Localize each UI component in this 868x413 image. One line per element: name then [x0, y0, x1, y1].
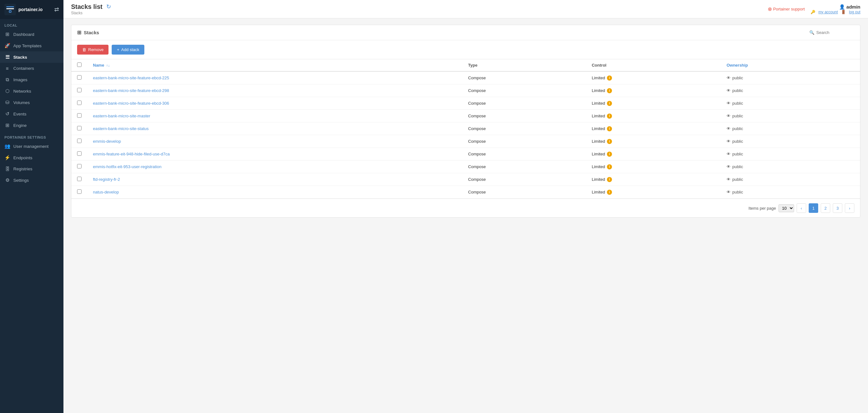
row-name-cell-0: eastern-bank-micro-site-feature-ebcd-225	[87, 71, 463, 84]
control-value-5: Limited	[592, 139, 605, 144]
sidebar-item-registries[interactable]: 🗄Registries	[0, 163, 63, 174]
support-link[interactable]: ⊗ Portainer support	[768, 6, 805, 12]
row-checkbox-5[interactable]	[77, 138, 82, 143]
sidebar-item-networks[interactable]: ⬡Networks	[0, 85, 63, 97]
sidebar-item-volumes[interactable]: ⛁Volumes	[0, 97, 63, 108]
main-content: Stacks list ↻ Stacks ⊗ Portainer support…	[63, 0, 868, 413]
info-badge-0: i	[607, 75, 612, 81]
table-row: eastern-bank-micro-site-feature-ebcd-298…	[71, 84, 860, 97]
table-row: eastern-bank-micro-site-status Compose L…	[71, 122, 860, 135]
row-name-cell-1: eastern-bank-micro-site-feature-ebcd-298	[87, 84, 463, 97]
stack-link-4[interactable]: eastern-bank-micro-site-status	[93, 126, 149, 131]
control-value-1: Limited	[592, 88, 605, 93]
refresh-button[interactable]: ↻	[106, 3, 111, 10]
stacks-table: Name ↑↓ Type Control Ownership	[71, 59, 860, 198]
table-row: emmis-develop Compose Limited i 👁 public	[71, 135, 860, 148]
row-checkbox-4[interactable]	[77, 126, 82, 130]
row-name-cell-3: eastern-bank-micro-site-master	[87, 110, 463, 122]
row-type-cell-2: Compose	[463, 97, 586, 110]
stacks-icon: ☰	[4, 54, 10, 60]
stack-link-2[interactable]: eastern-bank-micro-site-feature-ebcd-306	[93, 101, 169, 106]
row-checkbox-8[interactable]	[77, 177, 82, 181]
row-checkbox-0[interactable]	[77, 75, 82, 80]
control-value-3: Limited	[592, 114, 605, 118]
stack-link-9[interactable]: natus-develop	[93, 190, 119, 194]
row-checkbox-3[interactable]	[77, 113, 82, 118]
stacks-tbody: eastern-bank-micro-site-feature-ebcd-225…	[71, 71, 860, 198]
user-management-icon: 👥	[4, 144, 10, 149]
sidebar-item-user-management[interactable]: 👥User management	[0, 140, 63, 152]
stack-link-3[interactable]: eastern-bank-micro-site-master	[93, 114, 150, 118]
info-badge-5: i	[607, 139, 612, 144]
stack-link-7[interactable]: emmis-hotfix-eit-953-user-registration	[93, 164, 161, 169]
add-stack-button[interactable]: + Add stack	[112, 45, 144, 55]
table-row: eastern-bank-micro-site-master Compose L…	[71, 110, 860, 122]
eye-icon-2: 👁	[726, 101, 731, 106]
page-3-button[interactable]: 3	[833, 203, 842, 213]
row-type-cell-3: Compose	[463, 110, 586, 122]
name-column-header[interactable]: Name ↑↓	[87, 59, 463, 71]
logout-icon: 🚪	[841, 10, 846, 14]
plus-icon: +	[117, 47, 119, 52]
sidebar-header: portainer.io ⇄	[0, 0, 63, 19]
page-1-button[interactable]: 1	[809, 203, 818, 213]
row-checkbox-9[interactable]	[77, 189, 82, 194]
row-checkbox-6[interactable]	[77, 151, 82, 156]
row-checkbox-7[interactable]	[77, 164, 82, 168]
row-ownership-cell-1: 👁 public	[721, 84, 860, 97]
sidebar-item-app-templates[interactable]: 🚀App Templates	[0, 40, 63, 52]
next-page-button[interactable]: ›	[845, 203, 855, 213]
row-type-cell-1: Compose	[463, 84, 586, 97]
row-control-cell-5: Limited i	[586, 135, 721, 148]
control-column-header: Control	[586, 59, 721, 71]
log-out-link[interactable]: log out	[849, 10, 860, 14]
sidebar-label-images: Images	[13, 77, 27, 82]
sidebar-item-containers[interactable]: ≡Containers	[0, 63, 63, 74]
row-checkbox-2[interactable]	[77, 100, 82, 105]
endpoints-icon: ⚡	[4, 155, 10, 160]
sidebar-label-app-templates: App Templates	[13, 43, 41, 48]
stack-link-0[interactable]: eastern-bank-micro-site-feature-ebcd-225	[93, 75, 169, 80]
remove-button[interactable]: 🗑 Remove	[77, 45, 108, 55]
row-control-cell-3: Limited i	[586, 110, 721, 122]
items-per-page-select[interactable]: 10 25 50	[778, 204, 794, 212]
svg-rect-0	[4, 4, 16, 15]
prev-page-button[interactable]: ‹	[797, 203, 806, 213]
svg-rect-1	[6, 6, 14, 7]
stack-link-6[interactable]: emmis-feature-eit-948-hide-filed-use-d7c…	[93, 152, 170, 156]
ownership-value-5: public	[732, 139, 743, 144]
sidebar-item-settings[interactable]: ⚙Settings	[0, 174, 63, 186]
stack-link-8[interactable]: ftd-registry-fr-2	[93, 177, 120, 182]
my-account-link[interactable]: my account	[818, 10, 838, 14]
sidebar-item-events[interactable]: ↺Events	[0, 108, 63, 120]
eye-icon-4: 👁	[726, 126, 731, 131]
row-ownership-cell-6: 👁 public	[721, 148, 860, 160]
admin-icon: 👤	[839, 4, 845, 10]
info-badge-7: i	[607, 164, 612, 169]
row-type-cell-5: Compose	[463, 135, 586, 148]
eye-icon-9: 👁	[726, 190, 731, 194]
stack-link-5[interactable]: emmis-develop	[93, 139, 121, 144]
row-checkbox-cell-5	[71, 135, 87, 148]
ownership-value-4: public	[732, 126, 743, 131]
stacks-table-icon: ⊞	[77, 30, 81, 35]
table-row: ftd-registry-fr-2 Compose Limited i 👁 pu…	[71, 173, 860, 186]
row-checkbox-1[interactable]	[77, 88, 82, 92]
sidebar-label-events: Events	[13, 112, 26, 117]
info-badge-4: i	[607, 126, 612, 131]
table-row: emmis-feature-eit-948-hide-filed-use-d7c…	[71, 148, 860, 160]
search-input[interactable]	[816, 30, 855, 35]
sidebar-item-engine[interactable]: ⊞Engine	[0, 120, 63, 131]
sidebar-item-dashboard[interactable]: ⊞Dashboard	[0, 29, 63, 40]
stack-link-1[interactable]: eastern-bank-micro-site-feature-ebcd-298	[93, 88, 169, 93]
sidebar-label-settings: Settings	[13, 178, 29, 183]
select-all-checkbox[interactable]	[77, 63, 82, 67]
sidebar-item-images[interactable]: ⧉Images	[0, 74, 63, 85]
eye-icon-1: 👁	[726, 88, 731, 93]
sidebar-item-stacks[interactable]: ☰Stacks	[0, 52, 63, 63]
sidebar-item-endpoints[interactable]: ⚡Endpoints	[0, 152, 63, 163]
sidebar-label-user-management: User management	[13, 144, 49, 149]
page-2-button[interactable]: 2	[821, 203, 830, 213]
sidebar-collapse-button[interactable]: ⇄	[54, 6, 59, 13]
stacks-toolbar: 🗑 Remove + Add stack	[71, 40, 860, 59]
